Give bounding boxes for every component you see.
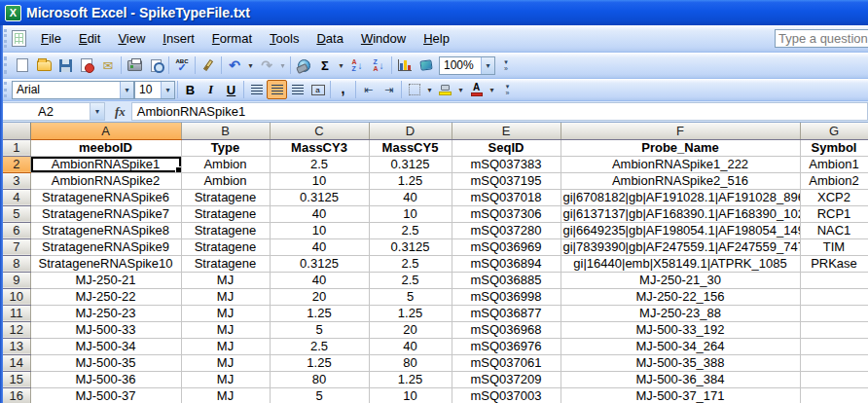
chevron-down-icon[interactable]: ▾ [481, 57, 494, 74]
cell[interactable] [800, 338, 868, 354]
cell[interactable]: mSQ036998 [452, 288, 561, 305]
save-button[interactable] [54, 55, 76, 76]
row-header[interactable]: 1 [3, 139, 30, 156]
cell[interactable]: 0.3125 [270, 189, 369, 205]
cell[interactable]: Probe_Name [561, 139, 800, 156]
insert-function-icon[interactable]: fx [115, 104, 126, 120]
cell[interactable]: AmbionRNASpike2 [30, 172, 181, 189]
cell[interactable]: Stratagene [181, 189, 270, 205]
redo-dropdown[interactable]: ▾ [277, 55, 288, 76]
cell[interactable]: 0.3125 [369, 156, 452, 172]
underline-button[interactable]: U [221, 80, 241, 99]
cell[interactable]: 40 [369, 338, 452, 354]
cell[interactable]: MJ-250-21 [30, 272, 181, 288]
cell[interactable]: Stratagene [181, 255, 270, 272]
cell[interactable]: NAC1 [800, 222, 868, 238]
borders-dropdown[interactable]: ▾ [424, 79, 435, 100]
font-size-combo[interactable]: 10 ▾ [134, 81, 175, 99]
cell[interactable]: gi|6137137|gb|AF168390.1|AF168390_1025 [561, 205, 800, 222]
cell[interactable]: MJ-500-36_384 [561, 371, 800, 387]
cell[interactable]: StratageneRNASpike10 [30, 255, 181, 272]
cell[interactable]: 0.3125 [270, 255, 369, 272]
zoom-combo[interactable]: 100% ▾ [439, 56, 495, 75]
cell[interactable]: MJ-500-36 [30, 371, 181, 387]
column-header-a[interactable]: A [30, 123, 181, 139]
sort-ascending-button[interactable]: AZ ↓ [346, 55, 368, 76]
menu-item[interactable]: Tools [261, 28, 307, 49]
cell[interactable]: 40 [369, 189, 452, 205]
increase-indent-button[interactable]: ⇥ [379, 80, 399, 99]
column-header-f[interactable]: F [561, 123, 800, 139]
cell[interactable]: Ambion [181, 156, 270, 172]
borders-button[interactable] [404, 80, 424, 99]
cell[interactable]: 1.25 [369, 305, 452, 321]
cell[interactable]: MJ [181, 338, 270, 354]
row-header[interactable]: 12 [3, 321, 30, 338]
cell[interactable]: mSQ037061 [452, 354, 561, 371]
cell[interactable]: MJ [181, 321, 270, 338]
cell[interactable]: 10 [270, 222, 369, 238]
cell[interactable]: 10 [270, 172, 369, 189]
row-header[interactable]: 7 [3, 238, 30, 255]
row-header[interactable]: 9 [3, 272, 30, 288]
cell[interactable]: 5 [369, 288, 452, 305]
row-header[interactable]: 15 [3, 371, 30, 387]
select-all-corner[interactable] [3, 123, 30, 139]
cell[interactable]: Stratagene [181, 222, 270, 238]
align-left-button[interactable] [246, 80, 267, 99]
cell[interactable]: 2.5 [369, 272, 452, 288]
formula-input[interactable]: AmbionRNASpike1 [131, 102, 868, 121]
cell[interactable]: RCP1 [800, 205, 868, 222]
cell[interactable] [800, 321, 868, 338]
cell[interactable]: MJ-250-23_88 [561, 305, 800, 321]
cell[interactable]: mSQ037280 [452, 222, 561, 238]
cell[interactable]: 2.5 [369, 222, 452, 238]
cell[interactable] [800, 305, 868, 321]
cell[interactable]: 1.25 [369, 371, 452, 387]
column-header-c[interactable]: C [270, 123, 369, 139]
menu-item[interactable]: Help [415, 28, 458, 49]
column-header-g[interactable]: G [800, 123, 868, 139]
cell[interactable]: 10 [369, 205, 452, 222]
cell[interactable]: MJ-500-35_388 [561, 354, 800, 371]
workbook-icon[interactable] [12, 30, 26, 47]
cell[interactable]: TIM [800, 238, 868, 255]
cell[interactable]: mSQ037195 [452, 172, 561, 189]
comma-style-button[interactable]: , [333, 80, 353, 99]
cell[interactable]: 20 [270, 288, 369, 305]
cell[interactable]: 1.25 [270, 354, 369, 371]
autosum-dropdown[interactable]: ▾ [336, 55, 346, 76]
row-header[interactable]: 14 [3, 354, 30, 371]
toolbar-grip[interactable] [4, 56, 9, 74]
cell[interactable]: 40 [270, 238, 369, 255]
cell[interactable]: 1.25 [369, 172, 452, 189]
toolbar-grip[interactable] [4, 29, 9, 48]
cell[interactable]: MJ-250-22_156 [561, 288, 800, 305]
merge-and-center-button[interactable]: a [307, 80, 328, 99]
cell[interactable]: MJ-500-33 [30, 321, 181, 338]
row-header[interactable]: 3 [3, 172, 30, 189]
print-preview-button[interactable] [145, 55, 166, 76]
row-header[interactable]: 5 [3, 205, 30, 222]
cell[interactable]: mSQ037306 [452, 205, 561, 222]
cell[interactable]: Stratagene [181, 238, 270, 255]
cell[interactable]: Ambion [181, 172, 270, 189]
cell[interactable]: Ambion1 [800, 156, 868, 172]
decrease-indent-button[interactable]: ⇤ [358, 80, 379, 99]
toolbar-grip[interactable] [4, 82, 9, 96]
cell[interactable]: mSQ036968 [452, 321, 561, 338]
cell[interactable]: StratageneRNASpike8 [30, 222, 181, 238]
row-header[interactable]: 10 [3, 288, 30, 305]
menu-item[interactable]: Window [352, 28, 415, 49]
menu-item[interactable]: File [32, 28, 70, 49]
italic-button[interactable]: I [200, 80, 221, 99]
cell[interactable]: MassCY5 [369, 139, 452, 156]
cell[interactable]: MJ-250-22 [30, 288, 181, 305]
cell[interactable]: Stratagene [181, 205, 270, 222]
row-header[interactable]: 11 [3, 305, 30, 321]
cell[interactable]: gi|7839390|gb|AF247559.1|AF247559_747 [561, 238, 800, 255]
cell[interactable]: 0.3125 [369, 238, 452, 255]
cell[interactable]: Type [181, 139, 270, 156]
row-header[interactable]: 2 [3, 156, 30, 172]
open-button[interactable] [33, 55, 54, 76]
